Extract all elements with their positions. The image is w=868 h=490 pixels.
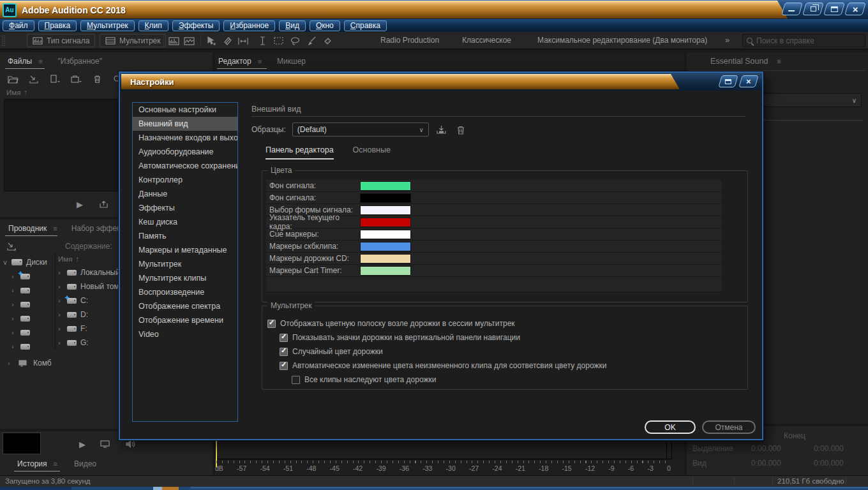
tab-files[interactable]: Файлы [8,57,32,66]
editor-panel-menu-icon[interactable]: ≡ [258,57,262,65]
settings-category[interactable]: Внешний вид [133,117,237,131]
files-panel-menu-icon[interactable]: ≡ [38,57,42,65]
menu-item[interactable]: Справка [344,20,387,31]
menu-item[interactable]: Избранное [223,20,275,31]
checkbox-row[interactable]: ✓ Все клипы наследуют цвета дорожки [266,373,744,387]
tab-mixer[interactable]: Микшер [277,57,306,66]
chevron-right-icon[interactable]: › [58,325,63,332]
video-preview-thumbnail[interactable] [3,433,41,454]
save-preset-icon[interactable] [435,123,448,136]
selection-end-value[interactable]: 0:00.000 [814,444,868,453]
tree-drive-item[interactable]: › [3,269,55,283]
checkbox-row[interactable]: ✓ Автоматическое изменение цвета неизмен… [266,359,744,373]
tree-drive-item[interactable]: › [3,339,55,353]
spot-healing-brush-tool-icon[interactable] [322,35,333,47]
multitrack-view-button[interactable]: Мультитрек [100,34,166,47]
chevron-right-icon[interactable]: › [58,283,63,290]
essential-sound-menu-icon[interactable]: ≡ [777,57,781,65]
chevron-right-icon[interactable]: › [11,315,17,322]
import-media-icon[interactable] [5,240,18,253]
settings-category[interactable]: Автоматическое сохранение [133,159,237,173]
color-swatch[interactable] [361,206,410,214]
settings-category[interactable]: Маркеры и метаданные [133,243,237,257]
dialog-restore-button[interactable] [718,75,738,87]
chevron-right-icon[interactable]: › [58,311,63,318]
dialog-close-button[interactable]: × [738,75,758,87]
tree-drive-item[interactable]: › [3,325,55,339]
color-swatch[interactable] [361,267,410,275]
workspace-radio-production[interactable]: Radio Production [380,36,439,45]
checkbox-row[interactable]: ✓ Показывать значки дорожки на вертикаль… [266,330,744,345]
toolbar-grip[interactable] [2,36,5,46]
chevron-right-icon[interactable]: › [58,339,63,346]
tree-root-drives[interactable]: ∨ Диски [3,255,55,269]
menu-item[interactable]: Правка [38,20,77,31]
fullscreen-icon[interactable] [98,438,111,450]
waveform-view-button[interactable]: Тип сигнала [27,34,95,47]
tab-history[interactable]: История [17,459,47,468]
checkbox-row[interactable]: ✓ Отображать цветную полоску возле дорож… [266,316,744,330]
settings-category[interactable]: Данные [133,187,237,201]
settings-category[interactable]: Контроллер [133,173,237,187]
media-browser-icon[interactable] [70,73,82,85]
tab-editor-panel[interactable]: Панель редактора [266,145,334,160]
tab-explorer[interactable]: Проводник [8,224,47,233]
color-swatch[interactable] [361,230,410,239]
paintbrush-tool-icon[interactable] [306,35,317,47]
restore-button[interactable] [802,3,824,15]
color-swatch[interactable] [361,194,410,202]
settings-category[interactable]: Основные настройки [133,103,237,117]
auto-play-icon[interactable] [97,198,110,211]
menu-item[interactable]: Мультитрек [80,20,135,31]
chevron-right-icon[interactable]: › [11,301,17,308]
dialog-titlebar[interactable]: Настройки × [120,73,762,91]
video-play-icon[interactable]: ▶ [79,440,86,449]
workspace-max-editing[interactable]: Максимальное редактирование (Два монитор… [537,36,707,45]
play-icon[interactable]: ▶ [77,200,83,209]
maximize-button[interactable] [823,3,845,15]
history-panel-menu-icon[interactable]: ≡ [54,460,57,468]
chevron-right-icon[interactable]: › [11,329,17,336]
show-spectral-icon[interactable] [183,35,195,47]
settings-category[interactable]: Video [133,327,237,341]
settings-category[interactable]: Отображение времени [133,313,237,327]
settings-category[interactable]: Назначение входов и выходов [133,131,237,145]
time-selection-tool-icon[interactable] [237,35,249,47]
settings-category[interactable]: Мультитрек [133,257,237,271]
settings-category[interactable]: Кеш диска [133,215,237,229]
minimize-button[interactable] [781,3,803,15]
tree-drive-item[interactable]: › [3,283,55,297]
chevron-right-icon[interactable]: › [11,286,17,294]
settings-category[interactable]: Аудиооборудование [133,145,237,159]
ok-button[interactable]: OK [645,420,696,434]
marquee-selection-tool-icon[interactable] [273,35,284,47]
menu-item[interactable]: Клип [138,20,168,31]
lasso-selection-tool-icon[interactable] [289,35,301,47]
view-start-value[interactable]: 0:00.000 [751,459,814,468]
settings-category[interactable]: Мультитрек клипы [133,271,237,285]
tab-editor[interactable]: Редактор [218,57,251,66]
move-tool-icon[interactable] [206,35,217,47]
explorer-name-header[interactable]: Имя [58,255,72,263]
open-file-icon[interactable] [6,73,19,85]
color-swatch[interactable] [361,255,410,263]
tree-drive-item[interactable]: › [3,311,55,325]
checkbox[interactable]: ✓ [292,376,300,384]
menu-item[interactable]: Эффекты [172,20,220,31]
ibeam-tool-icon[interactable] [257,35,268,47]
import-file-icon[interactable] [27,73,40,85]
close-button[interactable]: × [844,3,866,15]
app-logo-icon[interactable]: Au [3,3,17,17]
color-swatch[interactable] [361,218,410,226]
tab-general[interactable]: Основные [353,145,391,160]
help-search[interactable] [742,34,865,47]
tab-video[interactable]: Видео [74,459,96,468]
chevron-right-icon[interactable]: › [8,359,13,367]
explorer-panel-menu-icon[interactable]: ≡ [53,225,57,232]
tab-favorites[interactable]: "Избранное" [58,57,102,66]
workspace-classic[interactable]: Классическое [462,36,511,45]
chevron-right-icon[interactable]: › [58,269,63,276]
delete-icon[interactable] [91,73,103,85]
settings-category[interactable]: Эффекты [133,201,237,215]
color-swatch[interactable] [361,242,410,251]
